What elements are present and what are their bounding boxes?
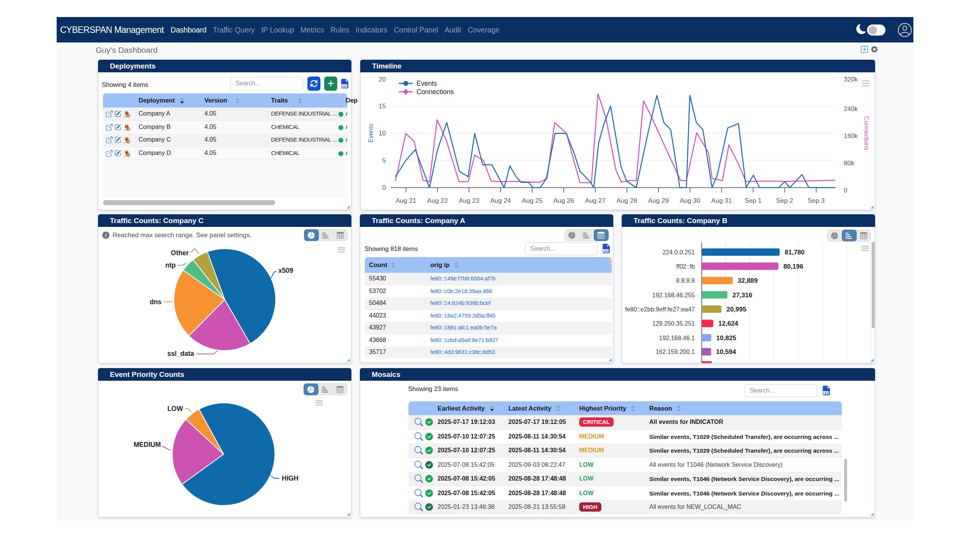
svg-text:dns: dns (150, 298, 162, 306)
svg-text:Aug 28: Aug 28 (617, 197, 637, 204)
svg-text:Aug 21: Aug 21 (395, 197, 416, 204)
svg-text:Other: Other (171, 249, 189, 257)
svg-text:Aug 25: Aug 25 (522, 197, 542, 204)
svg-text:224.0.0.251: 224.0.0.251 (662, 249, 695, 256)
svg-text:32,889: 32,889 (738, 277, 758, 284)
svg-text:8.8.8.8: 8.8.8.8 (676, 277, 695, 284)
svg-text:Aug 29: Aug 29 (648, 197, 669, 204)
svg-text:15: 15 (379, 103, 386, 110)
svg-text:ff02::fb: ff02::fb (676, 263, 695, 270)
svg-text:27,316: 27,316 (732, 292, 752, 299)
svg-text:129.250.35.251: 129.250.35.251 (652, 320, 695, 327)
svg-text:320k: 320k (844, 76, 858, 83)
svg-text:Aug 31: Aug 31 (711, 197, 732, 204)
svg-text:HIGH: HIGH (282, 474, 299, 482)
svg-text:Events: Events (416, 80, 437, 87)
svg-text:0: 0 (382, 184, 386, 191)
svg-text:192.168.46.255: 192.168.46.255 (652, 292, 695, 298)
svg-text:160k: 160k (844, 132, 858, 140)
svg-text:ssl_data: ssl_data (167, 350, 194, 357)
svg-text:CSV: CSV (602, 249, 609, 253)
svg-text:10: 10 (379, 130, 386, 137)
svg-text:80k: 80k (844, 160, 854, 167)
svg-text:Sep 3: Sep 3 (808, 197, 825, 204)
svg-text:192.168.46.1: 192.168.46.1 (659, 335, 695, 341)
svg-text:Aug 22: Aug 22 (427, 197, 448, 204)
svg-text:10,825: 10,825 (716, 334, 736, 342)
svg-text:80,196: 80,196 (783, 263, 803, 270)
svg-text:Events: Events (368, 124, 374, 143)
svg-text:Connections: Connections (863, 116, 870, 150)
svg-text:x509: x509 (278, 267, 293, 274)
svg-text:LOW: LOW (167, 405, 183, 412)
svg-text:MEDIUM: MEDIUM (134, 441, 161, 448)
svg-text:12,624: 12,624 (718, 320, 738, 327)
svg-text:20: 20 (379, 76, 386, 83)
svg-text:10,594: 10,594 (716, 348, 737, 355)
svg-text:Sep 2: Sep 2 (776, 197, 793, 204)
svg-text:Sep 1: Sep 1 (745, 197, 761, 204)
svg-text:20,995: 20,995 (727, 306, 746, 313)
svg-text:5: 5 (382, 157, 386, 164)
svg-text:ntp: ntp (165, 261, 176, 269)
svg-text:fe80::e2bb:9eff:fe27:ea47: fe80::e2bb:9eff:fe27:ea47 (625, 306, 695, 313)
svg-text:162.159.200.1: 162.159.200.1 (656, 349, 695, 355)
svg-text:Aug 26: Aug 26 (554, 197, 574, 204)
svg-text:Aug 24: Aug 24 (490, 197, 511, 204)
svg-text:Aug 30: Aug 30 (679, 197, 700, 204)
svg-text:CSV: CSV (341, 85, 347, 88)
svg-text:240k: 240k (844, 105, 858, 112)
svg-text:81,780: 81,780 (785, 249, 805, 256)
svg-text:0: 0 (844, 187, 847, 194)
svg-text:Aug 23: Aug 23 (459, 197, 479, 204)
svg-text:Connections: Connections (416, 88, 454, 96)
svg-text:CSV: CSV (822, 391, 829, 395)
svg-text:Aug 27: Aug 27 (585, 197, 606, 204)
